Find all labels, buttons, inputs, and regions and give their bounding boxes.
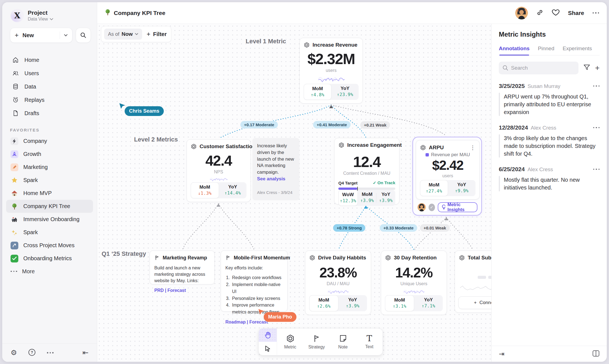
sidebar-search-button[interactable] [76,28,91,43]
metric-card-customer-satisfaction[interactable]: Customer Satisfaction 42.4 NPS MoM↓1.3% … [187,139,251,202]
connect-data-button[interactable]: +Connect [458,296,491,309]
strategy-tool-button[interactable]: Strategy [303,328,330,355]
settings-gear-icon[interactable]: ⚙ [11,348,17,357]
hand-tool-button[interactable] [259,328,277,342]
filter-button[interactable]: + Filter [147,31,167,38]
metric-value: 42.4 [191,152,246,169]
sidebar-item-home[interactable]: Home [2,53,97,67]
sidebar-item-immersive-onboarding[interactable]: Immersive Onboarding [6,213,93,226]
level-2-label: Level 2 Metrics [134,136,178,143]
favorite-heart-icon[interactable] [552,9,560,17]
metric-card-increase-engagement[interactable]: Increase Engagement 12.4 Content Creatio… [334,138,399,204]
sidebar-item-label: Replays [24,97,44,103]
add-annotation-button[interactable]: + [595,64,600,72]
annotation-item[interactable]: 12/28/2024 Alex Cress 3% drop likely due… [499,124,600,158]
topbar-overflow-icon[interactable] [593,12,599,14]
sidebar-item-replays[interactable]: Replays [2,93,97,107]
strategy-row-label: Q1 ‘25 Strategy [102,250,146,257]
stat-label: YoY [219,184,247,190]
stat-label: MoM [191,184,219,190]
metric-card-increase-revenue[interactable]: Increase Revenue $2.32M users MoM↑4.8% Y… [300,38,363,103]
empty-value-placeholder [459,276,491,279]
user-avatar[interactable] [515,7,528,19]
sidebar-nav: Home Users Data Replays Drafts [2,53,97,120]
annotation-menu-icon[interactable] [593,85,600,87]
sidebar: X Project Data View + New [2,2,97,362]
tab-experiments[interactable]: Experiments [563,46,592,55]
share-button[interactable]: Share [568,10,584,16]
stat-label: YoY [338,297,367,303]
sidebar-item-spark-2[interactable]: Spark [6,226,93,239]
house-emoji [11,189,18,197]
tab-pinned[interactable]: Pinned [538,46,554,55]
sidebar-item-data[interactable]: Data [2,80,97,93]
strategy-card-marketing-revamp[interactable]: Marketing Revamp Build and launch a new … [150,251,215,284]
sidebar-item-growth[interactable]: Growth [6,148,93,161]
stat-label: YoY [448,182,475,188]
filter-funnel-icon[interactable] [583,64,590,72]
sidebar-item-drafts[interactable]: Drafts [2,107,97,120]
stat-value: ↓1.3% [191,191,219,196]
collapse-sidebar-icon[interactable]: ⇤ [82,348,89,357]
new-button[interactable]: + New [10,28,72,43]
metric-hexagon-icon [286,334,295,343]
strategy-links[interactable]: PRD | Forecast [154,288,210,293]
stat-label: YoY [414,297,443,303]
stat-value: ↑3.9% [376,198,395,203]
layout-split-icon[interactable] [592,350,600,358]
target-status: ✓ On Track [373,180,395,185]
target-label: Q4 Target [338,181,358,185]
search-input[interactable] [499,62,578,74]
note-tool-button[interactable]: Note [330,328,356,355]
annotation-menu-icon[interactable] [593,169,600,170]
sidebar-item-cross-project-moves[interactable]: Cross Project Moves [6,239,93,252]
sidebar-item-onboarding-metrics[interactable]: Onboarding Metrics [6,252,93,265]
metric-card-drive-daily-habbits[interactable]: Drive Daily Habbits 23.8% DAU / MAU MoM↑… [305,251,371,315]
tab-annotations[interactable]: Annotations [499,46,530,55]
edge-label: +0.41 Moderate [313,121,351,128]
collaborator-name-label: Maria Pho [264,312,296,322]
collapse-panel-icon[interactable]: ⇥ [499,350,504,358]
copy-link-icon[interactable] [536,9,543,17]
as-of-label: As of [108,31,119,37]
annotation-item[interactable]: 6/25/2024 Alex Cress Mostly flat this qu… [499,166,600,191]
metric-card-total-subscriptions[interactable]: Total Subscript +Connect [455,251,491,313]
kpi-tree-canvas[interactable]: As of Now + Filter Level 1 Metric Level … [97,24,491,362]
sidebar-item-marketing[interactable]: Marketing [6,161,93,174]
sidebar-item-company-kpi-tree[interactable]: Company KPI Tree [6,200,93,213]
metric-card-30-day-retention[interactable]: 30 Day Retention 14.2% Unique Users MoM↑… [381,251,447,315]
sidebar-item-home-mvp[interactable]: Home MVP [6,187,93,200]
annotation-text: Mostly flat this quarter. No new initiat… [500,176,600,191]
project-view-selector[interactable]: Data View [28,17,53,22]
annotation-note-card[interactable]: Increase likely driven by the launch of … [253,138,299,200]
text-tool-button[interactable]: T Text [356,328,382,355]
see-analysis-link[interactable]: See analysis [257,176,295,182]
metric-card-arpu-selected[interactable]: ARPU ⋮ Revenue per MAU $2.42 users MoM↑2… [412,137,482,216]
strategy-card-mobile-first-momentum[interactable]: Mobile-First Momentum Key efforts includ… [221,251,288,312]
tree-emoji [105,9,110,17]
kebab-menu-icon[interactable]: ⋮ [470,144,475,151]
strategy-effort-list: Redesign core workflows Implement mobile… [231,274,283,316]
sidebar-item-company[interactable]: Company [6,135,93,148]
database-icon [12,83,19,90]
metric-value: 23.8% [309,265,367,281]
as-of-selector[interactable]: As of Now [104,29,142,40]
annotation-item[interactable]: 3/25/2025 Susan Murray ARPU went up 7% t… [499,83,600,116]
help-icon[interactable]: ? [28,348,36,357]
sidebar-item-label: Immersive Onboarding [23,216,79,223]
metric-unit: Content Creation / MAU [338,171,395,176]
metric-hexagon-icon [385,255,391,261]
sidebar-item-users[interactable]: Users [2,67,97,80]
metric-insights-button[interactable]: Metric Insights [438,202,477,212]
project-switcher[interactable]: X Project Data View [2,2,97,22]
select-tool-button[interactable] [259,342,277,355]
annotation-menu-icon[interactable] [593,127,600,128]
chevron-down-icon[interactable] [64,34,68,37]
stat-value: ↑14.4% [219,191,247,196]
sidebar-item-label: Spark [23,177,38,183]
sidebar-more-button[interactable]: More [6,265,93,278]
metric-tool-button[interactable]: Metric [277,328,303,355]
metric-card-arpu[interactable]: ARPU ⋮ Revenue per MAU $2.42 users MoM↑2… [416,140,480,199]
overflow-menu-icon[interactable] [47,352,54,353]
sidebar-item-spark[interactable]: Spark [6,174,93,187]
